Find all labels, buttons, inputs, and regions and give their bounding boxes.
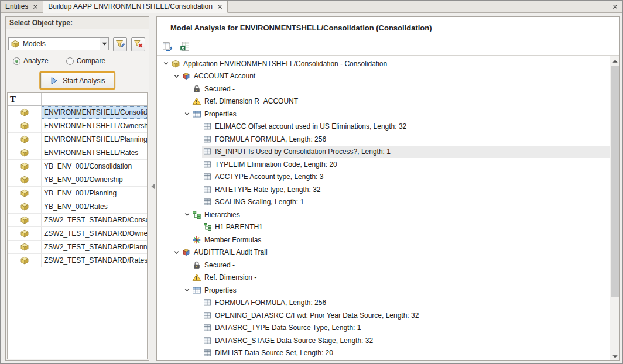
model-list-item[interactable]: YB_ENV_001/Rates: [8, 200, 147, 214]
start-analysis-button[interactable]: Start Analysis: [40, 73, 114, 88]
tree-item-content[interactable]: FORMULA FORMULA, Length: 256: [202, 297, 610, 310]
mode-radio-compare[interactable]: Compare: [66, 57, 105, 65]
tab-entities[interactable]: Entities: [1, 1, 43, 12]
close-tab-group-button[interactable]: [611, 2, 619, 11]
tree-item[interactable]: DIMLIST Data Source Set, Length: 20: [157, 347, 610, 360]
model-name-cell[interactable]: ZSW2_TEST_STANDARD/Rates: [42, 254, 147, 267]
object-type-select[interactable]: Models: [8, 37, 109, 50]
tree-item[interactable]: ACCOUNT Account: [157, 70, 610, 83]
mode-radio-analyze[interactable]: Analyze: [13, 57, 49, 65]
tree-item-content[interactable]: AUDITTRAIL Audit Trail: [181, 246, 610, 259]
tree-item-content[interactable]: TYPELIM Elimination Code, Length: 20: [202, 158, 610, 171]
chevron-down-icon[interactable]: [172, 72, 181, 81]
model-list-item[interactable]: ZSW2_TEST_STANDARD/Consoli...: [8, 214, 147, 227]
model-name-cell[interactable]: ZSW2_TEST_STANDARD/Owners...: [42, 227, 147, 240]
model-name-cell[interactable]: YB_ENV_001/Ownership: [42, 173, 147, 186]
tree-item[interactable]: Ref. Dimension -: [157, 272, 610, 284]
tree-item[interactable]: Secured -: [157, 83, 610, 95]
tree-item-content[interactable]: Ref. Dimension R_ACCOUNT: [191, 95, 610, 108]
tree-item-content[interactable]: Properties: [191, 108, 610, 121]
tree-item-content[interactable]: Application ENVIRONMENTSHELL/Consolidati…: [170, 57, 610, 70]
tree-item-content[interactable]: Secured -: [191, 259, 610, 272]
model-name-cell[interactable]: ZSW2_TEST_STANDARD/Consoli...: [42, 214, 147, 226]
tree-item-content[interactable]: ACCOUNT Account: [181, 70, 610, 83]
clear-filter-button[interactable]: [131, 37, 145, 51]
tree-item[interactable]: ELIMACC Offset account used in US Elimin…: [157, 121, 610, 133]
tree-item[interactable]: RATETYPE Rate type, Length: 32: [157, 183, 610, 196]
tree-item-content[interactable]: SCALING Scaling, Length: 1: [202, 196, 610, 209]
vertical-scrollbar[interactable]: [610, 56, 619, 360]
model-list-item[interactable]: ZSW2_TEST_STANDARD/Rates: [8, 254, 147, 267]
name-column-header[interactable]: [42, 93, 147, 105]
tree-item-content[interactable]: Member Formulas: [191, 233, 610, 246]
model-name-cell[interactable]: YB_ENV_001/Consolidation: [42, 160, 147, 173]
model-list-item[interactable]: ENVIRONMENTSHELL/Rates: [8, 146, 147, 160]
tree-item[interactable]: Secured -: [157, 259, 610, 272]
tree-item[interactable]: FORMULA FORMULA, Length: 256: [157, 297, 610, 310]
chevron-down-icon[interactable]: [162, 59, 170, 68]
radio-checked-icon[interactable]: [13, 57, 20, 65]
model-name-cell[interactable]: YB_ENV_001/Planning: [42, 187, 147, 200]
tab-buildup-aapp-environmentshell-consolidat[interactable]: Buildup AAPP ENVIRONMENTSHELL/Consolidat…: [43, 1, 228, 13]
tree-item[interactable]: OPENING_DATASRC C/Fwd: Prior Year Data S…: [157, 309, 610, 322]
model-name-cell[interactable]: ENVIRONMENTSHELL/Rates: [42, 146, 147, 159]
tree-item-content[interactable]: Hierarchies: [191, 208, 610, 221]
tree-item-content[interactable]: FORMULA FORMULA, Length: 256: [202, 133, 610, 146]
model-list-item[interactable]: YB_ENV_001/Consolidation: [8, 160, 147, 173]
edit-filter-button[interactable]: [113, 37, 127, 51]
chevron-down-icon[interactable]: [183, 210, 191, 219]
tree-item-content[interactable]: IS_INPUT Is Used by Consolidation Proces…: [202, 146, 610, 159]
radio-unchecked-icon[interactable]: [66, 57, 74, 65]
model-name-cell[interactable]: ENVIRONMENTSHELL/Ownership: [42, 119, 147, 132]
close-icon[interactable]: [33, 4, 38, 9]
tree-item-content[interactable]: OPENING_DATASRC C/Fwd: Prior Year Data S…: [202, 309, 610, 322]
model-name-cell[interactable]: ZSW2_TEST_STANDARD/Planning: [42, 241, 147, 253]
tree-item[interactable]: IS_INPUT Is Used by Consolidation Proces…: [157, 146, 610, 159]
tree-item-content[interactable]: DATASRC_STAGE Data Source Stage, Length:…: [202, 334, 610, 347]
tree-item-content[interactable]: Properties: [191, 284, 610, 297]
chevron-down-icon[interactable]: [183, 109, 191, 118]
tree-item-content[interactable]: ACCTYPE Account type, Length: 3: [202, 171, 610, 184]
tree-item[interactable]: FORMULA FORMULA, Length: 256: [157, 133, 610, 146]
close-icon[interactable]: [217, 4, 222, 9]
export-to-excel-button[interactable]: [177, 39, 193, 54]
tree-item[interactable]: ACCTYPE Account type, Length: 3: [157, 171, 610, 184]
scroll-up-button[interactable]: [610, 56, 619, 65]
text-column-header[interactable]: T: [8, 93, 42, 105]
model-list-item[interactable]: YB_ENV_001/Ownership: [8, 173, 147, 187]
model-list-item[interactable]: YB_ENV_001/Planning: [8, 187, 147, 200]
tree-item-content[interactable]: DATASRC_TYPE Data Source Type, Length: 1: [202, 322, 610, 335]
tree-item[interactable]: Application ENVIRONMENTSHELL/Consolidati…: [157, 57, 610, 70]
tree-item[interactable]: Properties: [157, 284, 610, 297]
model-name-cell[interactable]: ENVIRONMENTSHELL/Consolidation: [42, 106, 147, 119]
model-name-cell[interactable]: ENVIRONMENTSHELL/Planning: [42, 133, 147, 146]
tree-item-content[interactable]: DIMLIST Data Source Set, Length: 20: [202, 347, 610, 360]
scrollbar-thumb[interactable]: [611, 66, 619, 297]
tree-item[interactable]: TYPELIM Elimination Code, Length: 20: [157, 158, 610, 171]
tree-item[interactable]: Properties: [157, 108, 610, 121]
chevron-down-icon[interactable]: [100, 38, 108, 50]
scroll-down-button[interactable]: [610, 351, 619, 360]
panel-splitter[interactable]: [150, 182, 156, 193]
model-list-item[interactable]: ENVIRONMENTSHELL/Consolidation: [8, 106, 147, 119]
tree-item-content[interactable]: RATETYPE Rate type, Length: 32: [202, 183, 610, 196]
tree-item[interactable]: DATASRC_STAGE Data Source Stage, Length:…: [157, 334, 610, 347]
tree-item[interactable]: H1 PARENTH1: [157, 221, 610, 234]
tree-item[interactable]: Ref. Dimension R_ACCOUNT: [157, 95, 610, 108]
tree-item-content[interactable]: Secured -: [191, 83, 610, 95]
tree-item-content[interactable]: Ref. Dimension -: [191, 272, 610, 284]
tree-item-content[interactable]: H1 PARENTH1: [202, 221, 610, 234]
tree-item[interactable]: SCALING Scaling, Length: 1: [157, 196, 610, 209]
model-list-item[interactable]: ZSW2_TEST_STANDARD/Planning: [8, 241, 147, 254]
model-list-item[interactable]: ENVIRONMENTSHELL/Planning: [8, 133, 147, 146]
tree-item[interactable]: Hierarchies: [157, 208, 610, 221]
tree-item[interactable]: Member Formulas: [157, 233, 610, 246]
chevron-down-icon[interactable]: [183, 286, 191, 294]
tree-item[interactable]: DATASRC_TYPE Data Source Type, Length: 1: [157, 322, 610, 335]
chevron-down-icon[interactable]: [172, 248, 181, 257]
tree-item-content[interactable]: ELIMACC Offset account used in US Elimin…: [202, 121, 610, 133]
model-list-item[interactable]: ENVIRONMENTSHELL/Ownership: [8, 119, 147, 133]
model-name-cell[interactable]: YB_ENV_001/Rates: [42, 200, 147, 213]
export-results-button[interactable]: [160, 39, 175, 54]
tree-item[interactable]: AUDITTRAIL Audit Trail: [157, 246, 610, 259]
